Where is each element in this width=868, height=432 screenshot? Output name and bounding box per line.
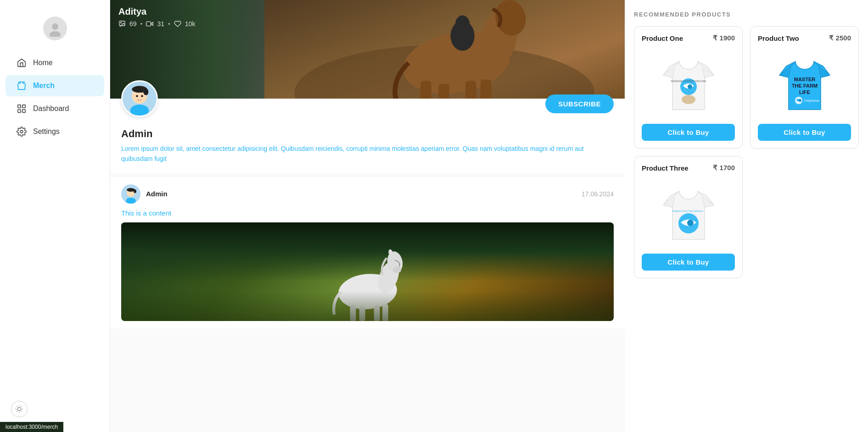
profile-avatar xyxy=(121,80,158,117)
svg-point-26 xyxy=(455,16,470,33)
theme-toggle-section xyxy=(0,395,110,423)
svg-point-1 xyxy=(50,31,61,37)
post-author-avatar xyxy=(121,184,140,204)
sidebar: Home Merch Dashboard Settings xyxy=(0,0,110,432)
user-icon xyxy=(47,20,63,37)
svg-point-35 xyxy=(143,89,148,95)
svg-point-53 xyxy=(688,84,692,89)
product-one-name: Product One xyxy=(642,34,683,42)
dashboard-icon xyxy=(17,104,27,114)
profile-name: Admin xyxy=(110,124,625,142)
svg-rect-2 xyxy=(18,105,21,108)
svg-line-11 xyxy=(22,411,22,412)
product-two-price: ₹ 2500 xyxy=(829,34,851,42)
svg-text:FREEDOM CONTENT FOR FANS: FREEDOM CONTENT FOR FANS xyxy=(671,80,706,83)
product-one-tshirt: FREEDOM CONTENT FOR FANS xyxy=(659,50,718,114)
post-avatar-image xyxy=(121,184,140,204)
svg-point-41 xyxy=(134,189,136,193)
product-one-price: ₹ 1900 xyxy=(713,34,735,42)
cover-stats: 69 • 31 • 10k xyxy=(118,20,196,28)
settings-icon xyxy=(17,127,27,137)
product-card-two: Product Two ₹ 2500 MASTER THE FARM LIFE xyxy=(750,26,859,149)
stat-videos: 31 xyxy=(157,20,164,28)
product-three-name: Product Three xyxy=(642,164,689,172)
svg-text:Imagine if you had partners...: Imagine if you had partners... xyxy=(672,210,705,212)
post-image xyxy=(121,222,614,321)
svg-point-6 xyxy=(20,130,23,133)
svg-rect-27 xyxy=(119,21,125,26)
video-icon xyxy=(146,20,153,28)
product-two-header: Product Two ₹ 2500 xyxy=(758,34,851,42)
sidebar-item-dashboard[interactable]: Dashboard xyxy=(6,98,104,119)
main-content: Aditya 69 • 31 • 10k xyxy=(110,0,625,432)
profile-section: Aditya 69 • 31 • 10k xyxy=(110,0,625,173)
product-two-name: Product Two xyxy=(758,34,799,42)
svg-point-0 xyxy=(52,23,58,30)
sidebar-item-merch[interactable]: Merch xyxy=(6,75,104,96)
subscribe-button[interactable]: SUBSCRIBE xyxy=(545,94,614,113)
sidebar-item-merch-label: Merch xyxy=(33,82,55,90)
sun-icon xyxy=(15,405,23,413)
profile-bio: Lorem ipsum dolor sit, amet consectetur … xyxy=(110,142,625,173)
svg-point-46 xyxy=(392,266,401,273)
post-header: Admin 17.06.2024 xyxy=(121,184,614,204)
home-icon xyxy=(17,58,27,68)
product-card-three: Product Three ₹ 1700 Imagine if you had … xyxy=(634,156,743,278)
cover-username: Aditya xyxy=(118,6,146,17)
svg-point-7 xyxy=(17,407,21,411)
product-two-buy-button[interactable]: Click to Buy xyxy=(758,124,851,141)
avatar xyxy=(43,17,67,40)
sidebar-item-home[interactable]: Home xyxy=(6,52,104,73)
svg-line-15 xyxy=(22,406,22,407)
product-three-buy-button[interactable]: Click to Buy xyxy=(642,254,735,271)
product-one-header: Product One ₹ 1900 xyxy=(642,34,735,42)
svg-line-14 xyxy=(17,411,17,412)
status-url: localhost:3000/merch xyxy=(6,424,58,430)
svg-rect-3 xyxy=(22,105,25,108)
svg-rect-5 xyxy=(22,110,25,112)
post-content-text: This is a content xyxy=(121,209,614,217)
svg-rect-4 xyxy=(18,110,21,112)
svg-point-37 xyxy=(141,95,143,97)
post-author-name: Admin xyxy=(146,190,168,198)
product-two-tshirt: MASTER THE FARM LIFE OnlyHorse xyxy=(775,50,834,114)
product-one-image: FREEDOM CONTENT FOR FANS xyxy=(656,48,721,116)
svg-point-64 xyxy=(687,220,694,226)
post-author: Admin xyxy=(121,184,168,204)
product-one-buy-button[interactable]: Click to Buy xyxy=(642,124,735,141)
sidebar-item-settings-label: Settings xyxy=(33,127,60,136)
svg-text:MASTER: MASTER xyxy=(794,77,815,82)
svg-point-36 xyxy=(136,95,138,97)
svg-text:THE FARM: THE FARM xyxy=(791,83,817,89)
heart-icon xyxy=(174,20,181,28)
svg-point-32 xyxy=(130,105,149,116)
sidebar-item-dashboard-label: Dashboard xyxy=(33,105,69,113)
product-card-one: Product One ₹ 1900 xyxy=(634,26,743,149)
post-section: Admin 17.06.2024 This is a content xyxy=(110,177,625,328)
sidebar-item-home-label: Home xyxy=(33,59,53,67)
svg-line-10 xyxy=(17,406,17,407)
svg-text:OnlyHorse: OnlyHorse xyxy=(804,99,819,103)
merch-icon xyxy=(17,81,27,91)
svg-point-54 xyxy=(682,95,695,104)
product-three-price: ₹ 1700 xyxy=(713,164,735,172)
svg-rect-30 xyxy=(146,22,151,26)
svg-marker-29 xyxy=(151,22,153,26)
right-sidebar: RECOMMENDED PRODUCTS Product One ₹ 1900 xyxy=(625,0,868,432)
recommended-title: RECOMMENDED PRODUCTS xyxy=(634,11,859,18)
profile-info-row: SUBSCRIBE xyxy=(110,80,625,124)
profile-avatar-image xyxy=(123,80,157,117)
post-date: 17.06.2024 xyxy=(582,190,614,198)
product-three-image: Imagine if you had partners... xyxy=(656,177,721,246)
product-three-tshirt: Imagine if you had partners... xyxy=(659,180,718,244)
stat-likes: 10k xyxy=(185,20,196,28)
theme-toggle-button[interactable] xyxy=(11,401,28,417)
svg-text:LIFE: LIFE xyxy=(799,89,810,95)
svg-point-28 xyxy=(121,22,122,23)
product-three-header: Product Three ₹ 1700 xyxy=(642,164,735,172)
sidebar-item-settings[interactable]: Settings xyxy=(6,121,104,142)
images-icon xyxy=(118,20,126,28)
status-bar: localhost:3000/merch xyxy=(0,422,63,432)
product-two-image: MASTER THE FARM LIFE OnlyHorse xyxy=(773,48,837,116)
sidebar-avatar-section xyxy=(0,9,110,51)
